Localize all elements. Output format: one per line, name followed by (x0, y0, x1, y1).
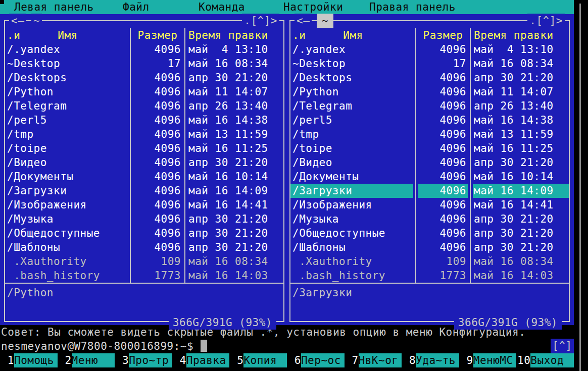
file-row[interactable]: /Документы 4096 май 16 10:14 (5, 170, 283, 184)
fkey-button[interactable]: 7 НвК~ог (345, 353, 402, 367)
menu-item-file[interactable]: Файл (123, 0, 150, 14)
file-row[interactable]: /Python 4096 май 11 14:07 (290, 85, 569, 99)
file-mtime: май 11 14:07 (470, 85, 569, 99)
fkey-button[interactable]: 8 Уда~ть (402, 353, 459, 367)
file-mtime: апр 30 21:20 (470, 226, 569, 240)
scroll-up-badge[interactable]: [^] (551, 339, 574, 353)
fkey-button[interactable]: 6 Пер~ос (287, 353, 345, 367)
file-name: .bash_history (5, 269, 130, 283)
file-row[interactable]: /.yandex 4096 май 4 13:10 (290, 42, 569, 57)
file-row[interactable]: /Общедоступные 4096 апр 30 21:20 (5, 226, 283, 240)
fkey-number: 5 (229, 353, 243, 367)
file-row[interactable]: .Xauthority 109 май 16 08:34 (5, 254, 283, 269)
file-row[interactable]: /perl5 4096 май 16 14:38 (5, 113, 283, 127)
file-name: ~Desktop (5, 57, 130, 71)
file-mtime: апр 26 13:40 (470, 99, 569, 113)
file-row[interactable]: /Общедоступные 4096 апр 30 21:20 (290, 226, 569, 240)
menu-item-left-panel[interactable]: Левая панель (14, 0, 94, 14)
file-row[interactable]: /Загрузки 4096 май 16 14:09 (5, 184, 283, 198)
panel-buttons-dot-up-forward[interactable]: .[^]> (527, 14, 565, 28)
fkey-label: Выход (530, 353, 574, 367)
file-row[interactable]: /Изображения 4096 май 16 14:41 (5, 198, 283, 212)
file-row[interactable]: /Шаблоны 4096 апр 30 21:20 (5, 240, 283, 254)
corner-notch (0, 0, 4, 4)
file-mtime: май 16 08:34 (470, 254, 569, 269)
file-row[interactable]: /perl5 4096 май 16 14:38 (290, 113, 569, 127)
file-row[interactable]: /toipe 4096 май 16 11:25 (5, 141, 283, 155)
file-list: .иИмя Размер Время правки /.yandex 4096 … (290, 21, 569, 283)
file-mtime: апр 30 21:20 (185, 212, 283, 226)
column-header-mtime[interactable]: Время правки (185, 28, 283, 42)
file-name: /Python (5, 85, 130, 99)
file-name: /tmp (290, 127, 416, 141)
file-row[interactable]: /Python 4096 май 11 14:07 (5, 85, 283, 99)
fkey-button[interactable]: 5 Копия (229, 353, 287, 367)
file-row[interactable]: .bash_history 1773 май 16 14:03 (290, 269, 569, 283)
file-row[interactable]: /Desktops 4096 апр 30 21:20 (5, 71, 283, 85)
file-row[interactable]: /Изображения 4096 май 16 14:41 (290, 198, 569, 212)
file-name: /Видео (5, 155, 130, 170)
scrollbar-thumb[interactable] (579, 4, 581, 371)
file-size: 4096 (416, 113, 470, 127)
file-mtime: апр 30 21:20 (185, 71, 283, 85)
file-size: 4096 (130, 113, 185, 127)
panel-path-label[interactable]: ~ (31, 14, 42, 28)
file-row[interactable]: /Шаблоны 4096 апр 30 21:20 (290, 240, 569, 254)
history-back-icon[interactable]: <— (295, 14, 312, 28)
column-separator (468, 28, 473, 283)
file-row[interactable]: ~Desktop 17 май 16 08:34 (5, 57, 283, 71)
menu-item-command[interactable]: Команда (199, 0, 245, 14)
file-row[interactable]: /tmp 4096 май 13 11:59 (5, 127, 283, 141)
fkey-button[interactable]: 9 МенюМС (459, 353, 517, 367)
file-row[interactable]: /tmp 4096 май 13 11:59 (290, 127, 569, 141)
fkey-button[interactable]: 3 Про~тр (115, 353, 172, 367)
column-header-mtime[interactable]: Время правки (470, 28, 569, 42)
file-row[interactable]: /Видео 4096 апр 30 21:20 (5, 155, 283, 170)
file-size: 4096 (130, 184, 185, 198)
fkey-number: 8 (402, 353, 416, 367)
file-name: /.yandex (5, 42, 130, 57)
shell-command-line[interactable]: nesmeyanov@W7800-800016899:~$ (0, 339, 557, 353)
file-size: 4096 (416, 198, 470, 212)
panel-header-row: .иИмя Размер Время правки (5, 28, 283, 42)
menu-item-options[interactable]: Настройки (283, 0, 343, 14)
file-row[interactable]: ~Desktop 17 май 16 08:34 (290, 57, 569, 71)
file-row[interactable]: /toipe 4096 май 16 11:25 (290, 141, 569, 155)
file-mtime: апр 30 21:20 (185, 226, 283, 240)
column-header-name[interactable]: .иИмя (290, 28, 416, 42)
panel-path-label[interactable]: ~ (317, 14, 333, 28)
file-mtime: май 16 14:09 (185, 184, 283, 198)
fkey-label: Меню (72, 353, 115, 367)
file-row[interactable]: /Загрузки 4096 май 16 14:09 (290, 184, 569, 198)
column-separator (413, 28, 418, 283)
fkey-button[interactable]: 10 Выход (516, 353, 574, 367)
file-row[interactable]: /Telegram 4096 апр 26 13:40 (5, 99, 283, 113)
column-header-size[interactable]: Размер (130, 28, 185, 42)
file-row[interactable]: /Telegram 4096 апр 26 13:40 (290, 99, 569, 113)
fkey-button[interactable]: 2 Меню (58, 353, 115, 367)
fkey-label: Про~тр (129, 353, 172, 367)
file-row[interactable]: .bash_history 1773 май 16 14:03 (5, 269, 283, 283)
history-back-icon[interactable]: <— (9, 14, 26, 28)
file-name: .Xauthority (290, 254, 416, 269)
menu-item-right-panel[interactable]: Правая панель (369, 0, 456, 14)
file-mtime: май 4 13:10 (185, 42, 283, 57)
panel-buttons-dot-up-forward[interactable]: .[^]> (242, 14, 279, 28)
fkey-number: 3 (115, 353, 129, 367)
column-header-name[interactable]: .иИмя (5, 28, 130, 42)
fkey-button[interactable]: 1 Помощь (0, 353, 58, 367)
file-row[interactable]: /Документы 4096 май 16 10:14 (290, 170, 569, 184)
file-row[interactable]: /Видео 4096 апр 30 21:20 (290, 155, 569, 170)
file-row[interactable]: /Музыка 4096 апр 30 21:20 (5, 212, 283, 226)
file-row[interactable]: /Музыка 4096 апр 30 21:20 (290, 212, 569, 226)
file-size: 1773 (130, 269, 185, 283)
fkey-button[interactable]: 4 Правка (172, 353, 230, 367)
file-row[interactable]: .Xauthority 109 май 16 08:34 (290, 254, 569, 269)
file-mtime: апр 30 21:20 (185, 240, 283, 254)
file-row[interactable]: /Desktops 4096 апр 30 21:20 (290, 71, 569, 85)
column-header-size[interactable]: Размер (416, 28, 470, 42)
file-row[interactable]: /.yandex 4096 май 4 13:10 (5, 42, 283, 57)
terminal-scrollbar[interactable] (574, 0, 588, 371)
file-mtime: май 4 13:10 (470, 42, 569, 57)
file-size: 4096 (416, 127, 470, 141)
